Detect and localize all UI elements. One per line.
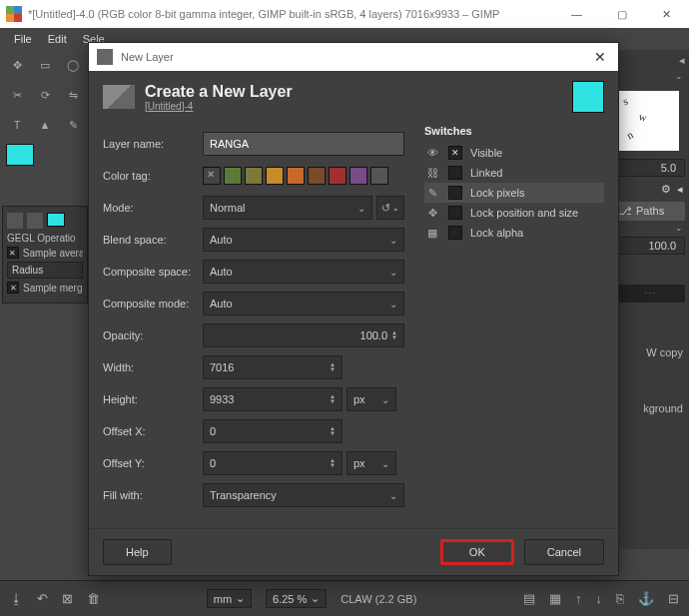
opacity-input[interactable]: 100.0▲▼ [203, 323, 404, 347]
cancel-button[interactable]: Cancel [524, 539, 604, 565]
lock-alpha-checkbox[interactable] [448, 226, 462, 240]
mode-value: Normal [210, 202, 245, 214]
zoom-dropdown[interactable]: 6.25 %⌄ [266, 589, 327, 608]
color-tag-none[interactable] [203, 167, 221, 185]
color-tag-olive[interactable] [245, 167, 263, 185]
maximize-button[interactable]: ▢ [599, 0, 644, 28]
lasso-tool-icon[interactable]: ◯ [62, 54, 84, 76]
lower-layer-icon[interactable]: ↓ [596, 591, 603, 606]
color-tag-red[interactable] [329, 167, 346, 185]
trash-icon[interactable]: 🗑 [87, 591, 100, 606]
close-window-button[interactable]: ✕ [644, 0, 689, 28]
color-tag-gray[interactable] [370, 167, 388, 185]
rect-select-tool-icon[interactable]: ▭ [34, 54, 56, 76]
unit-dropdown[interactable]: mm⌄ [207, 589, 252, 608]
delete-layer-icon[interactable]: ⊟ [668, 591, 679, 606]
layer-name-wcopy[interactable]: W copy [609, 344, 689, 360]
lock-position-checkbox[interactable] [448, 206, 462, 220]
gimp-logo-icon [6, 6, 22, 22]
lock-pixels-checkbox[interactable] [448, 186, 462, 200]
fill-with-value: Transparency [210, 489, 277, 501]
dialog-close-button[interactable]: ✕ [590, 49, 610, 65]
menu-icon[interactable]: ◂ [677, 183, 683, 196]
text-tool-icon[interactable]: T [6, 114, 28, 136]
bucket-tool-icon[interactable]: ▲ [34, 114, 56, 136]
color-tag-picker [203, 167, 404, 185]
alpha-icon: ▦ [424, 227, 440, 240]
color-tag-brown[interactable] [308, 167, 326, 185]
help-button[interactable]: Help [103, 539, 172, 565]
dock-menu-icon[interactable]: ◂ [679, 54, 685, 67]
lock-alpha-label: Lock alpha [470, 227, 523, 239]
linked-label: Linked [470, 167, 502, 179]
gegl-title: GEGL Operatio [7, 233, 83, 244]
channels-icon[interactable] [27, 213, 43, 229]
composite-mode-select[interactable]: Auto⌄ [203, 292, 404, 315]
layer-name-input[interactable] [203, 132, 404, 156]
offset-y-label: Offset Y: [103, 457, 203, 469]
radius-field[interactable]: Radius [7, 262, 83, 279]
anchor-layer-icon[interactable]: ⚓ [638, 591, 654, 606]
mode-reset-button[interactable]: ↺⌄ [376, 196, 404, 220]
layer-color-preview[interactable] [572, 81, 604, 113]
raise-layer-icon[interactable]: ↑ [575, 591, 582, 606]
color-tag-green[interactable] [224, 167, 242, 185]
visible-checkbox[interactable] [448, 146, 462, 160]
layer-name-background[interactable]: kground [609, 400, 689, 416]
sample-average-checkbox[interactable] [7, 247, 19, 259]
color-tag-yellow[interactable] [266, 167, 284, 185]
crop-tool-icon[interactable]: ✂ [6, 84, 28, 106]
blend-space-value: Auto [210, 234, 233, 246]
mode-select[interactable]: Normal⌄ [203, 196, 372, 220]
brush-size-value[interactable]: 5.0 [613, 159, 685, 177]
brush-tool-icon[interactable]: ✎ [62, 114, 84, 136]
color-swatch-icon[interactable] [47, 213, 65, 227]
move-icon: ✥ [424, 207, 440, 220]
fill-with-select[interactable]: Transparency⌄ [203, 483, 404, 507]
rotate-tool-icon[interactable]: ⟳ [34, 84, 56, 106]
offset-unit-select[interactable]: px⌄ [346, 451, 396, 475]
composite-space-select[interactable]: Auto⌄ [203, 260, 404, 284]
width-input[interactable]: 7016▲▼ [203, 355, 343, 379]
blend-space-select[interactable]: Auto⌄ [203, 228, 404, 252]
menu-edit[interactable]: Edit [40, 30, 75, 48]
restore-icon[interactable]: ↶ [37, 591, 48, 606]
color-tag-orange[interactable] [287, 167, 305, 185]
statusbar: ⭳ ↶ ⊠ 🗑 mm⌄ 6.25 %⌄ CLAW (2.2 GB) ▤ ▦ ↑ … [0, 580, 689, 616]
dialog-header: Create a New Layer [Untitled]-4 [89, 71, 618, 117]
new-layer-icon[interactable]: ▤ [523, 591, 535, 606]
size-unit-select[interactable]: px⌄ [346, 387, 396, 411]
sample-average-label: Sample avera [23, 248, 83, 259]
config-icon[interactable]: ⚙ [661, 183, 671, 196]
foreground-swatch[interactable] [6, 144, 34, 166]
opacity-value[interactable]: 100.0 [613, 237, 685, 255]
ok-button[interactable]: OK [440, 539, 514, 565]
delete-icon[interactable]: ⊠ [62, 591, 73, 606]
flip-tool-icon[interactable]: ⇋ [62, 84, 84, 106]
offset-y-input[interactable]: 0▲▼ [203, 451, 343, 475]
sample-merged-label: Sample merg [23, 283, 82, 294]
layer-lock-bar: ⋯ [613, 285, 685, 303]
chevron-down-icon[interactable]: ⌄ [675, 223, 683, 235]
move-tool-icon[interactable]: ✥ [6, 54, 28, 76]
paths-tab[interactable]: ⎇Paths [613, 202, 685, 221]
linked-checkbox[interactable] [448, 166, 462, 180]
download-icon[interactable]: ⭳ [10, 591, 23, 606]
link-icon: ⛓ [424, 167, 440, 179]
undo-history-icon[interactable] [7, 213, 23, 229]
height-input[interactable]: 9933▲▼ [203, 387, 343, 411]
width-label: Width: [103, 361, 203, 373]
offset-x-input[interactable]: 0▲▼ [203, 419, 343, 443]
navigation-thumbnail[interactable]: s w n [619, 91, 679, 151]
chevron-down-icon[interactable]: ⌄ [675, 71, 683, 83]
width-value: 7016 [210, 361, 326, 373]
duplicate-layer-icon[interactable]: ⎘ [616, 591, 624, 606]
minimize-button[interactable]: — [554, 0, 599, 28]
lock-position-label: Lock position and size [470, 207, 578, 219]
sample-merged-checkbox[interactable] [7, 282, 19, 294]
color-tag-purple[interactable] [349, 167, 367, 185]
offset-y-value: 0 [210, 457, 326, 469]
color-tag-label: Color tag: [103, 170, 203, 182]
layer-group-icon[interactable]: ▦ [549, 591, 561, 606]
menu-file[interactable]: File [6, 30, 40, 48]
